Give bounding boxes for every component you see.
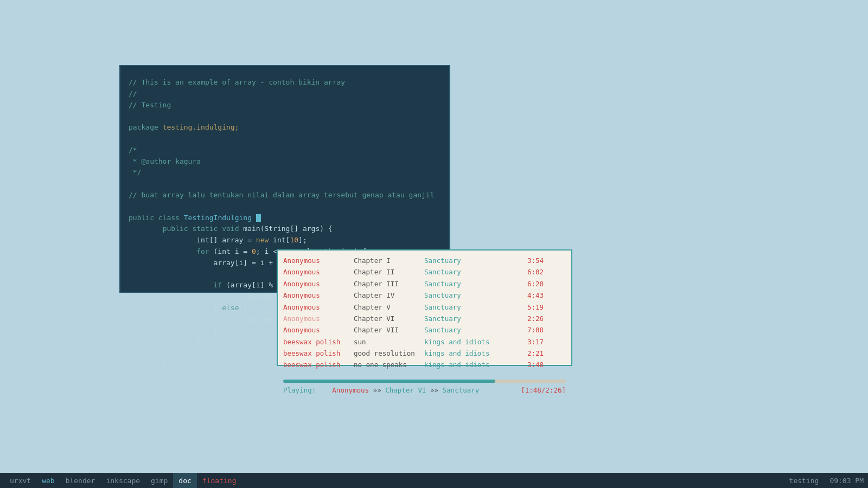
track-duration: 5:19: [511, 302, 544, 312]
track-title: Chapter I: [354, 255, 424, 266]
track-album: kings and idiots: [424, 348, 511, 358]
track-artist: beeswax polish: [283, 359, 354, 370]
track-album: Sanctuary: [424, 255, 511, 266]
track-duration: 3:54: [511, 255, 544, 266]
taskbar-blender[interactable]: blender: [60, 473, 101, 488]
track-row[interactable]: beeswax polish no one speaks kings and i…: [283, 359, 566, 370]
time-display: [1:48/2:26]: [521, 386, 566, 394]
track-album: Sanctuary: [424, 302, 511, 312]
track-title: Chapter II: [354, 267, 424, 277]
track-artist: Anonymous: [283, 290, 354, 300]
taskbar-gimp[interactable]: gimp: [145, 473, 173, 488]
music-player-window[interactable]: Anonymous Chapter I Sanctuary 3:54 Anony…: [277, 249, 572, 366]
track-title: no one speaks: [354, 359, 424, 370]
track-duration: 2:21: [511, 348, 544, 358]
player-progress[interactable]: Playing: Anonymous »» Chapter VI »» Sanc…: [278, 375, 571, 396]
track-title: sun: [354, 337, 424, 347]
workspace-label: testing: [789, 477, 819, 485]
progress-bar-background: [283, 380, 566, 383]
track-artist: beeswax polish: [283, 337, 354, 347]
track-title: Chapter VI: [354, 313, 424, 324]
track-duration: 2:26: [511, 313, 544, 324]
track-row[interactable]: beeswax polish good resolution kings and…: [283, 348, 566, 359]
playing-arrow: »»: [373, 386, 386, 394]
track-row[interactable]: Anonymous Chapter V Sanctuary 5:19: [283, 301, 566, 313]
track-duration: 6:02: [511, 267, 544, 277]
track-album: kings and idiots: [424, 359, 511, 370]
track-album: Sanctuary: [424, 313, 511, 324]
track-title: Chapter IV: [354, 290, 424, 300]
track-artist: Anonymous: [283, 267, 354, 277]
track-row[interactable]: Anonymous Chapter III Sanctuary 6:20: [283, 278, 566, 290]
taskbar-inkscape[interactable]: inkscape: [100, 473, 145, 488]
taskbar-floating[interactable]: floating: [197, 473, 242, 488]
track-album: Sanctuary: [424, 267, 511, 277]
track-row[interactable]: beeswax polish sun kings and idiots 3:17: [283, 336, 566, 348]
track-album: Sanctuary: [424, 325, 511, 335]
track-duration: 3:40: [511, 359, 544, 370]
track-title: Chapter III: [354, 279, 424, 289]
progress-bar-fill: [283, 380, 495, 383]
now-playing-info: Playing: Anonymous »» Chapter VI »» Sanc…: [283, 386, 479, 394]
track-duration: 4:43: [511, 290, 544, 300]
playing-arrow2: »»: [430, 386, 443, 394]
track-artist: Anonymous: [283, 325, 354, 335]
track-duration: 7:08: [511, 325, 544, 335]
track-row[interactable]: Anonymous Chapter II Sanctuary 6:02: [283, 266, 566, 278]
track-artist: Anonymous: [283, 302, 354, 312]
track-title: good resolution: [354, 348, 424, 358]
playing-track: Chapter VI: [385, 386, 426, 394]
track-list: Anonymous Chapter I Sanctuary 3:54 Anony…: [278, 251, 571, 375]
track-row[interactable]: Anonymous Chapter I Sanctuary 3:54: [283, 255, 566, 266]
taskbar-web[interactable]: web: [36, 473, 60, 488]
track-duration: 3:17: [511, 337, 544, 347]
clock: 09:03 PM: [829, 477, 864, 485]
track-duration: 6:20: [511, 279, 544, 289]
taskbar-right: testing 09:03 PM: [789, 477, 864, 485]
track-album: kings and idiots: [424, 337, 511, 347]
track-row[interactable]: Anonymous Chapter VI Sanctuary 2:26: [283, 313, 566, 324]
player-status-bar: Playing: Anonymous »» Chapter VI »» Sanc…: [283, 386, 566, 394]
track-row[interactable]: Anonymous Chapter VII Sanctuary 7:08: [283, 324, 566, 336]
track-title: Chapter V: [354, 302, 424, 312]
playing-label: Playing:: [283, 386, 316, 394]
track-artist: beeswax polish: [283, 348, 354, 358]
playing-artist: Anonymous: [332, 386, 369, 394]
track-artist: Anonymous: [283, 279, 354, 289]
playing-album: Sanctuary: [443, 386, 480, 394]
track-album: Sanctuary: [424, 279, 511, 289]
track-title: Chapter VII: [354, 325, 424, 335]
track-album: Sanctuary: [424, 290, 511, 300]
taskbar: urxvt web blender inkscape gimp doc floa…: [0, 473, 868, 488]
track-artist: Anonymous: [283, 255, 354, 266]
track-artist: Anonymous: [283, 313, 354, 324]
track-row[interactable]: Anonymous Chapter IV Sanctuary 4:43: [283, 290, 566, 301]
taskbar-urxvt[interactable]: urxvt: [4, 473, 36, 488]
taskbar-doc[interactable]: doc: [173, 473, 196, 488]
